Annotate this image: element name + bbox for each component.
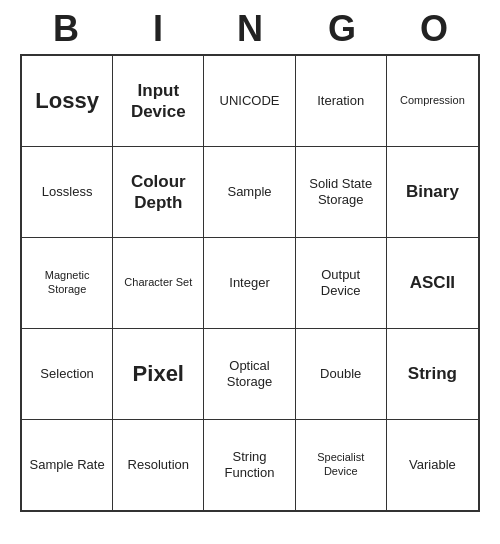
bingo-cell: Resolution — [113, 420, 204, 510]
bingo-cell: Character Set — [113, 238, 204, 328]
bingo-cell: Integer — [204, 238, 295, 328]
bingo-cell: Double — [296, 329, 387, 419]
bingo-cell: ASCII — [387, 238, 478, 328]
bingo-row: SelectionPixelOptical StorageDoubleStrin… — [22, 329, 478, 420]
header-letter: G — [296, 8, 388, 50]
bingo-grid: LossyInput DeviceUNICODEIterationCompres… — [20, 54, 480, 512]
bingo-cell: Variable — [387, 420, 478, 510]
bingo-row: LossyInput DeviceUNICODEIterationCompres… — [22, 56, 478, 147]
bingo-cell: String — [387, 329, 478, 419]
bingo-cell: Iteration — [296, 56, 387, 146]
bingo-cell: Colour Depth — [113, 147, 204, 237]
bingo-cell: Lossy — [22, 56, 113, 146]
bingo-cell: Lossless — [22, 147, 113, 237]
bingo-cell: UNICODE — [204, 56, 295, 146]
bingo-header: BINGO — [20, 0, 480, 54]
bingo-cell: Pixel — [113, 329, 204, 419]
bingo-cell: String Function — [204, 420, 295, 510]
bingo-row: Magnetic StorageCharacter SetIntegerOutp… — [22, 238, 478, 329]
bingo-row: Sample RateResolutionString FunctionSpec… — [22, 420, 478, 510]
bingo-cell: Sample — [204, 147, 295, 237]
bingo-cell: Solid State Storage — [296, 147, 387, 237]
header-letter: O — [388, 8, 480, 50]
header-letter: N — [204, 8, 296, 50]
bingo-cell: Specialist Device — [296, 420, 387, 510]
bingo-cell: Compression — [387, 56, 478, 146]
bingo-cell: Optical Storage — [204, 329, 295, 419]
bingo-cell: Magnetic Storage — [22, 238, 113, 328]
bingo-cell: Selection — [22, 329, 113, 419]
bingo-row: LosslessColour DepthSampleSolid State St… — [22, 147, 478, 238]
header-letter: I — [112, 8, 204, 50]
bingo-cell: Sample Rate — [22, 420, 113, 510]
bingo-cell: Input Device — [113, 56, 204, 146]
header-letter: B — [20, 8, 112, 50]
bingo-cell: Output Device — [296, 238, 387, 328]
bingo-cell: Binary — [387, 147, 478, 237]
